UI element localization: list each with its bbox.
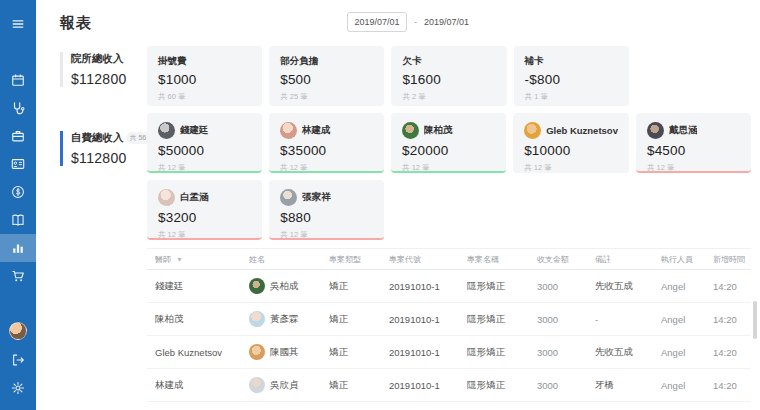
cell-staff: Angel [661,380,713,391]
card-value: $1000 [158,72,251,87]
cell-patient: 陳國其 [249,344,329,360]
patient-avatar [249,278,265,294]
table-row[interactable]: 錢建廷 吳柏成 矯正 20191010-1 隱形矯正 3000 先收五成 Ang… [147,270,751,303]
cell-type: 矯正 [329,346,389,359]
table-row[interactable]: 陳柏茂 黃彥霖 矯正 20191010-1 隱形矯正 3000 - Angel … [147,303,751,336]
cart-icon[interactable] [0,262,36,290]
id-card-icon[interactable] [0,150,36,178]
records-table: 醫師▼ 姓名 專案類型 專案代號 專案名稱 收支金額 備註 執行人員 新增時間 … [147,248,751,410]
col-patient: 姓名 [249,254,329,265]
card-value: $500 [280,72,373,87]
doctor-avatar [647,122,664,139]
dollar-icon[interactable] [0,178,36,206]
cell-note: 牙橋 [595,379,661,392]
doctor-avatar [402,122,419,139]
doctor-name: 張家祥 [302,191,331,204]
card-count: 共 12 筆 [280,163,373,173]
col-staff: 執行人員 [661,254,713,265]
col-code: 專案代號 [389,254,467,265]
cell-amount: 3000 [537,380,595,391]
cell-project: 隱形矯正 [467,346,537,359]
stat-card-card-reissue: 補卡 -$800 共 1 筆 [514,46,629,106]
cell-type: 矯正 [329,379,389,392]
doctor-avatar [524,122,541,139]
date-end-input[interactable]: 2019/07/01 [424,17,469,27]
card-count: 共 60 筆 [158,92,251,102]
bar-chart-icon[interactable] [0,234,36,262]
date-range-separator: - [414,17,417,27]
cell-note: - [595,314,661,325]
table-row[interactable]: 假牙+全瓷美白 王翔捷 矯正 20191010-1 隱形矯正 3000 - An… [147,402,751,410]
col-doctor[interactable]: 醫師▼ [155,254,249,265]
cell-doctor: 陳柏茂 [155,313,249,326]
stat-card-copayment: 部分負擔 $500 共 25 筆 [269,46,384,106]
doctor-card: 陳柏茂 $20000 共 12 筆 [391,113,506,173]
summary-selfpaid-total: 自費總收入 共 56 筆 $112800 [60,131,138,166]
doctor-avatar [158,122,175,139]
doctor-avatar [158,189,175,206]
card-value: $3200 [158,210,251,225]
cell-code: 20191010-1 [389,380,467,391]
cell-doctor: Gleb Kuznetsov [155,347,249,358]
doctor-name: 林建成 [302,124,331,137]
doctor-cards-row-1: 錢建廷 $50000 共 12 筆 林建成 $35000 共 12 筆 陳柏茂 … [147,113,751,173]
menu-icon[interactable] [0,10,36,38]
card-value: $20000 [402,143,495,158]
card-value: $10000 [524,143,618,158]
summary-clinic-value: $112800 [71,71,138,87]
card-value: $880 [280,210,373,225]
calendar-icon[interactable] [0,66,36,94]
app-window: 報表 - 2019/07/01 院所總收入 $112800 自費總收入 共 56… [0,0,760,410]
patient-avatar [249,311,265,327]
cell-note: 先收五成 [595,280,661,293]
card-title: 部分負擔 [280,55,373,68]
cell-patient: 吳欣貞 [249,377,329,393]
summary-selfpaid-value: $112800 [71,150,138,166]
col-amount: 收支金額 [537,254,595,265]
cell-project: 隱形矯正 [467,379,537,392]
doctor-card: Gleb Kuznetsov $10000 共 12 筆 [513,113,629,173]
doctor-card: 白孟涵 $3200 共 12 筆 [147,180,262,240]
briefcase-icon[interactable] [0,122,36,150]
main-content: 報表 - 2019/07/01 院所總收入 $112800 自費總收入 共 56… [36,0,760,410]
doctor-avatar [280,122,297,139]
table-header-row: 醫師▼ 姓名 專案類型 專案代號 專案名稱 收支金額 備註 執行人員 新增時間 [147,249,751,270]
doctor-card: 林建成 $35000 共 12 筆 [269,113,384,173]
table-row[interactable]: 林建成 吳欣貞 矯正 20191010-1 隱形矯正 3000 牙橋 Angel… [147,369,751,402]
gear-icon[interactable] [0,374,36,402]
doctor-name: 陳柏茂 [424,124,453,137]
page-header: 報表 - 2019/07/01 [60,10,751,44]
doctor-name: 錢建廷 [180,124,209,137]
date-range-picker: - 2019/07/01 [347,12,469,32]
doctor-name: 白孟涵 [180,191,209,204]
cell-project: 隱形矯正 [467,313,537,326]
date-start-input[interactable] [347,12,407,32]
card-count: 共 2 筆 [402,92,495,102]
card-value: $4500 [647,143,740,158]
card-count: 共 12 筆 [158,230,251,240]
user-avatar[interactable] [9,322,27,340]
card-count: 共 1 筆 [525,92,618,102]
card-title: 掛號費 [158,55,251,68]
cell-note: 先收五成 [595,346,661,359]
cell-doctor: 林建成 [155,379,249,392]
doctor-avatar [280,189,297,206]
card-count: 共 12 筆 [402,163,495,173]
col-time: 新增時間 [713,254,751,265]
table-scrollbar[interactable] [753,301,757,339]
card-count: 共 25 筆 [280,92,373,102]
card-value: -$800 [525,72,618,87]
doctor-card: 戴思涵 $4500 共 12 筆 [636,113,751,173]
col-project: 專案名稱 [467,254,537,265]
logout-icon[interactable] [0,346,36,374]
patient-avatar [249,377,265,393]
summary-clinic-label: 院所總收入 [71,52,138,66]
book-icon[interactable] [0,206,36,234]
sidebar [0,0,36,410]
sidebar-bottom [0,322,36,402]
table-row[interactable]: Gleb Kuznetsov 陳國其 矯正 20191010-1 隱形矯正 30… [147,336,751,369]
cell-type: 矯正 [329,313,389,326]
doctor-cards-row-2: 白孟涵 $3200 共 12 筆 張家祥 $880 共 12 筆 [147,180,751,240]
stethoscope-icon[interactable] [0,94,36,122]
stat-card-registration-fee: 掛號費 $1000 共 60 筆 [147,46,262,106]
